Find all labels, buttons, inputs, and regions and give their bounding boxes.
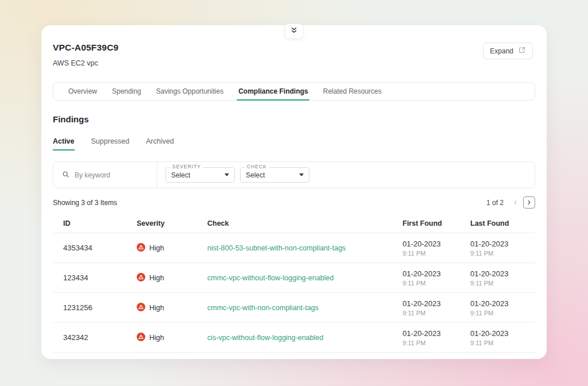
last-found-cell: 01-20-2023 9:11 PM: [470, 269, 535, 287]
last-found-date: 01-20-2023: [470, 299, 535, 308]
resource-type-label: AWS EC2 vpc: [53, 59, 535, 67]
page-title: VPC-A05F39C9: [53, 43, 535, 53]
first-found-cell: 01-20-2023 9:11 PM: [403, 269, 470, 287]
tab-related-resources[interactable]: Related Resources: [315, 83, 389, 100]
previous-page-button[interactable]: [509, 196, 521, 209]
last-found-time: 9:11 PM: [470, 339, 535, 346]
check-select-value: Select: [246, 171, 265, 179]
finding-id: 123434: [63, 273, 137, 282]
check-select[interactable]: CHECK Select: [240, 167, 310, 183]
last-found-date: 01-20-2023: [470, 269, 535, 278]
external-link-icon: [518, 46, 526, 56]
column-header-first-found: First Found: [403, 219, 470, 227]
resource-header: VPC-A05F39C9 AWS EC2 vpc Expand: [53, 25, 535, 67]
tab-savings-opportunities[interactable]: Savings Opportunities: [149, 83, 231, 100]
resource-detail-card: VPC-A05F39C9 AWS EC2 vpc Expand Overview…: [41, 25, 547, 359]
tab-overview[interactable]: Overview: [61, 83, 105, 100]
next-page-button[interactable]: [523, 196, 535, 209]
search-icon: [62, 170, 69, 180]
subtab-suppressed[interactable]: Suppressed: [91, 137, 130, 150]
resource-tabs: Overview Spending Savings Opportunities …: [53, 82, 535, 101]
severity-badge: High: [149, 304, 164, 312]
check-link[interactable]: cis-vpc-without-flow-logging-enabled: [207, 334, 403, 342]
check-select-label: CHECK: [245, 164, 269, 169]
alert-triangle-icon: [137, 243, 145, 253]
last-found-cell: 01-20-2023 9:11 PM: [470, 299, 535, 316]
results-count-label: Showing 3 of 3 Items: [53, 199, 117, 207]
alert-triangle-icon: [137, 303, 145, 313]
caret-down-icon: [225, 173, 229, 176]
search-box: [53, 162, 157, 188]
column-header-severity: Severity: [137, 219, 207, 227]
first-found-time: 9:11 PM: [403, 339, 470, 346]
table-row: 123434 High cmmc-vpc-without-flow-loggin…: [53, 263, 535, 293]
column-header-last-found: Last Found: [470, 219, 535, 227]
last-found-time: 9:11 PM: [470, 310, 535, 316]
check-link[interactable]: nist-800-53-subnet-with-non-compliant-ta…: [207, 244, 403, 252]
first-found-date: 01-20-2023: [403, 329, 470, 338]
table-row: 342342 High cis-vpc-without-flow-logging…: [53, 323, 535, 353]
expand-button[interactable]: Expand: [483, 43, 533, 59]
results-summary-row: Showing 3 of 3 Items 1 of 2: [53, 196, 535, 209]
severity-badge: High: [149, 274, 164, 282]
check-link[interactable]: cmmc-vpc-without-flow-logging-enabled: [207, 274, 403, 282]
last-found-cell: 01-20-2023 9:11 PM: [470, 240, 535, 257]
severity-select-value: Select: [171, 171, 190, 179]
severity-select[interactable]: SEVERITY Select: [165, 167, 235, 183]
column-header-id: ID: [63, 219, 137, 227]
first-found-date: 01-20-2023: [403, 240, 470, 248]
severity-badge: High: [149, 244, 164, 252]
first-found-time: 9:11 PM: [403, 280, 470, 287]
table-row: 4353434 High nist-800-53-subnet-with-non…: [53, 233, 535, 263]
first-found-date: 01-20-2023: [403, 269, 470, 278]
last-found-date: 01-20-2023: [470, 240, 535, 248]
caret-down-icon: [299, 173, 304, 176]
chevron-left-icon: [512, 198, 519, 208]
page-indicator: 1 of 2: [486, 199, 504, 207]
alert-triangle-icon: [137, 273, 145, 283]
tab-spending[interactable]: Spending: [105, 83, 149, 100]
filter-bar: SEVERITY Select CHECK Select: [53, 161, 535, 188]
findings-heading: Findings: [53, 114, 535, 124]
last-found-time: 9:11 PM: [470, 280, 535, 287]
column-header-check: Check: [207, 219, 403, 227]
last-found-date: 01-20-2023: [470, 329, 535, 338]
first-found-time: 9:11 PM: [403, 310, 470, 316]
subtab-active[interactable]: Active: [53, 137, 75, 150]
findings-table: ID Severity Check First Found Last Found…: [53, 214, 535, 353]
severity-select-label: SEVERITY: [170, 164, 203, 169]
last-found-cell: 01-20-2023 9:11 PM: [470, 329, 535, 346]
finding-id: 4353434: [63, 244, 137, 252]
chevron-right-icon: [526, 198, 532, 208]
subtab-archived[interactable]: Archived: [146, 137, 174, 150]
expand-button-label: Expand: [490, 47, 513, 55]
alert-triangle-icon: [137, 333, 145, 343]
finding-id: 342342: [63, 333, 137, 342]
first-found-date: 01-20-2023: [403, 299, 470, 308]
first-found-cell: 01-20-2023 9:11 PM: [403, 240, 470, 257]
table-row: 1231256 High cmmc-vpc-with-non-compliant…: [53, 293, 535, 323]
check-link[interactable]: cmmc-vpc-with-non-compliant-tags: [207, 304, 403, 312]
finding-id: 1231256: [63, 303, 137, 312]
first-found-cell: 01-20-2023 9:11 PM: [403, 329, 470, 346]
first-found-time: 9:11 PM: [403, 250, 470, 257]
table-header-row: ID Severity Check First Found Last Found: [53, 214, 535, 233]
first-found-cell: 01-20-2023 9:11 PM: [403, 299, 470, 316]
findings-subtabs: Active Suppressed Archived: [53, 137, 535, 150]
pagination: 1 of 2: [486, 196, 535, 209]
search-input[interactable]: [75, 171, 149, 179]
severity-badge: High: [149, 334, 164, 342]
last-found-time: 9:11 PM: [470, 250, 535, 257]
filter-divider: [157, 162, 157, 188]
tab-compliance-findings[interactable]: Compliance Findings: [231, 83, 315, 100]
